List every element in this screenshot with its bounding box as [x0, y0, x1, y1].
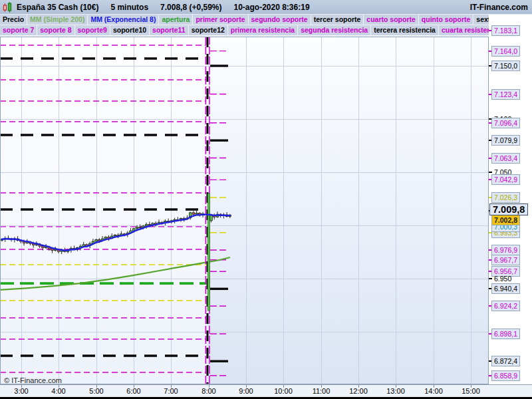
current-price-label: 7.009,8	[489, 203, 528, 215]
candle-body	[98, 240, 101, 241]
time-axis-label: 15:00	[462, 387, 480, 395]
price-axis-label: 6.924,2	[491, 301, 520, 311]
time-axis-label: 8:00	[201, 387, 215, 395]
time-axis-label: 12:00	[349, 387, 368, 395]
candle-body	[95, 240, 98, 241]
price-axis-label: 7.063,4	[491, 153, 520, 164]
candle-body	[139, 227, 142, 227]
candle-body	[136, 227, 138, 228]
price-axis-label: 7.002,8	[491, 215, 520, 225]
candle-body	[210, 215, 213, 221]
price-axis-label: 7.079,9	[491, 135, 520, 146]
price-axis-label: 7.026,3	[491, 192, 520, 203]
time-axis-label: 3:00	[14, 387, 28, 395]
time-axis-label: 5:00	[89, 387, 103, 395]
candle-body	[192, 213, 195, 214]
time-axis-label: 11:00	[313, 387, 331, 395]
candle-body	[104, 237, 107, 239]
chart-watermark: © IT-Finance.com	[4, 376, 62, 384]
price-axis-label: 7.183,1	[491, 25, 520, 36]
candle-body	[196, 213, 198, 215]
price-axis-label: 6.976,9	[491, 245, 520, 255]
price-axis-label: 6.967,7	[491, 255, 520, 265]
time-axis-label: 9:00	[239, 387, 253, 395]
price-axis-label: 7.042,9	[491, 174, 520, 185]
price-axis-label: 7.123,4	[491, 89, 520, 100]
price-axis-label: 7.164,0	[491, 46, 520, 57]
price-axis-label: 6.858,9	[491, 370, 520, 381]
candle-body	[114, 235, 116, 236]
opening-auction-candle	[207, 194, 209, 311]
plot-area: © IT-Finance.com	[0, 31, 489, 384]
time-axis-label: 4:00	[51, 387, 65, 395]
time-axis-label: 13:00	[386, 387, 405, 395]
price-axis-label: 7.150,0	[491, 61, 520, 71]
time-axis: 3:004:005:006:007:008:009:0010:0011:0012…	[0, 384, 532, 397]
time-axis-label: 6:00	[126, 387, 140, 395]
price-axis-label: 6.950	[491, 273, 514, 284]
time-axis-label: 7:00	[164, 387, 178, 395]
price-axis-label: 6.898,1	[491, 329, 520, 339]
time-axis-label: 14:00	[424, 387, 443, 395]
price-axis-label: 6.940,4	[491, 283, 520, 294]
candle-body	[145, 224, 148, 225]
price-axis-label: 7.096,4	[491, 118, 520, 128]
price-chart-canvas[interactable]: © IT-Finance.com	[0, 0, 532, 399]
time-axis-label: 10:00	[274, 387, 293, 395]
trading-app-window: España 35 Cash (10€) 5 minutos 7.008,8 (…	[0, 0, 532, 399]
price-axis-label: 6.872,4	[491, 356, 520, 366]
